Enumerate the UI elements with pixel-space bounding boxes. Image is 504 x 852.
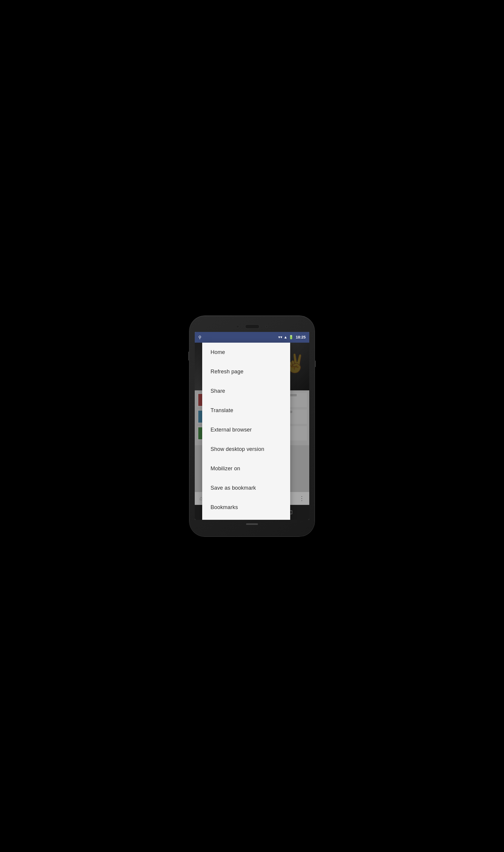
menu-item-show-desktop[interactable]: Show desktop version xyxy=(202,439,290,459)
status-bar: ⚲ ▾▾ ▲ 🔋 18:25 xyxy=(195,332,309,343)
phone-device: ⚲ ▾▾ ▲ 🔋 18:25 ✌ ✌ xyxy=(190,316,314,537)
earpiece-speaker xyxy=(245,324,259,329)
menu-item-home[interactable]: Home xyxy=(202,343,290,362)
phone-screen: ⚲ ▾▾ ▲ 🔋 18:25 ✌ ✌ xyxy=(195,332,309,520)
menu-item-translate[interactable]: Translate xyxy=(202,401,290,420)
signal-icon: ▲ xyxy=(284,335,287,339)
proximity-sensor xyxy=(266,325,268,328)
home-indicator xyxy=(246,523,258,525)
menu-item-mobilizer[interactable]: Mobilizer on xyxy=(202,459,290,478)
status-right: ▾▾ ▲ 🔋 18:25 xyxy=(278,335,306,339)
android-icon: ⚲ xyxy=(198,335,201,340)
phone-bottom-hardware xyxy=(195,520,309,529)
clock: 18:25 xyxy=(296,335,306,339)
menu-item-bookmarks[interactable]: Bookmarks xyxy=(202,498,290,517)
menu-item-external-browser[interactable]: External browser xyxy=(202,420,290,439)
front-camera xyxy=(236,325,239,328)
phone-top-hardware xyxy=(195,321,309,332)
power-button[interactable] xyxy=(314,361,316,367)
menu-item-share[interactable]: Share xyxy=(202,381,290,401)
volume-button[interactable] xyxy=(188,351,190,361)
menu-item-settings[interactable]: Settings xyxy=(202,517,290,520)
context-menu: Home Refresh page Share Translate Extern… xyxy=(202,343,290,520)
battery-icon: 🔋 xyxy=(289,335,293,339)
menu-item-refresh[interactable]: Refresh page xyxy=(202,362,290,381)
menu-item-save-bookmark[interactable]: Save as bookmark xyxy=(202,478,290,498)
wifi-icon: ▾▾ xyxy=(278,335,283,339)
status-left: ⚲ xyxy=(198,335,201,340)
